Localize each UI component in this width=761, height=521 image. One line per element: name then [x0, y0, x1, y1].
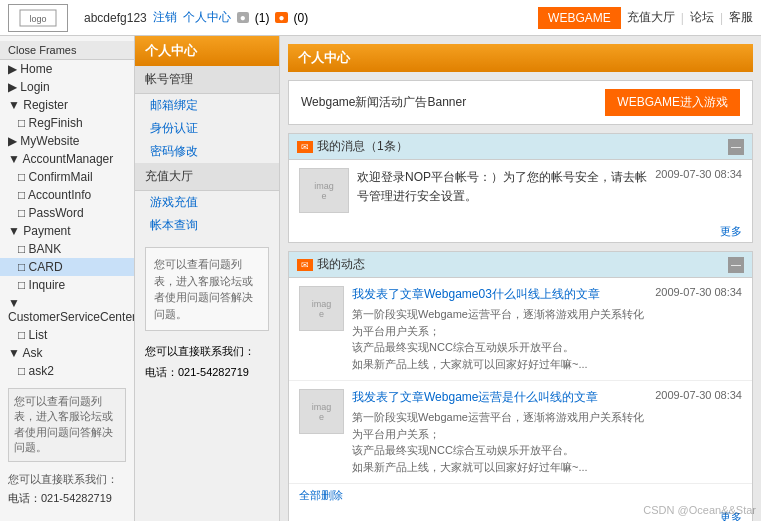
dynamic-title-1[interactable]: 我发表了文章Webgame运营是什么叫线的文章	[352, 389, 647, 406]
sidebar-item-accountmanager[interactable]: ▼ AccountManager	[0, 150, 134, 168]
left-panel-phone: 电话：021-54282719	[135, 362, 279, 383]
messages-header: ✉ 我的消息（1条） —	[289, 134, 752, 160]
svg-text:logo: logo	[29, 14, 46, 24]
top-nav: logo abcdefg123 注销 个人中心 ● (1) ● (0) WEBG…	[0, 0, 761, 36]
logo: logo	[8, 4, 68, 32]
sidebar-item-inquire[interactable]: □ Inquire	[0, 276, 134, 294]
dynamics-more: 更多	[289, 507, 752, 521]
charge-button[interactable]: 充值大厅	[627, 9, 675, 26]
dynamics-collapse-btn[interactable]: —	[728, 257, 744, 273]
dynamic-item-0: imag e 我发表了文章Webgame03什么叫线上线的文章 第一阶段实现We…	[289, 278, 752, 381]
right-panel: 个人中心 Webgame新闻活动广告Banner WEBGAME进入游戏 ✉ 我…	[280, 36, 761, 521]
content-inner: 个人中心 帐号管理 邮箱绑定 身份认证 密码修改 充值大厅 游戏充值 帐本查询 …	[135, 36, 761, 521]
message-content: imag e 欢迎登录NOP平台帐号：）为了您的帐号安全，请去帐号管理进行安全设…	[289, 160, 752, 221]
dynamics-title: 我的动态	[317, 256, 365, 273]
nav-divider1: |	[681, 11, 684, 25]
close-frames[interactable]: Close Frames	[0, 41, 134, 60]
delete-all-link[interactable]: 全部删除	[299, 488, 343, 503]
right-panel-title: 个人中心	[288, 44, 753, 72]
logout-link[interactable]: 注销	[153, 9, 177, 26]
dynamics-icon: ✉	[297, 259, 313, 271]
messages-title-row: ✉ 我的消息（1条）	[297, 138, 408, 155]
messages-title: 我的消息（1条）	[317, 138, 408, 155]
enter-game-button[interactable]: WEBGAME进入游戏	[605, 89, 740, 116]
sidebar-info: 您可以查看问题列表，进入客服论坛或者使用问题问答解决问题。	[8, 388, 126, 462]
dynamic-item-1: imag e 我发表了文章Webgame运营是什么叫线的文章 第一阶段实现Web…	[289, 381, 752, 484]
profile-link[interactable]: 个人中心	[183, 9, 231, 26]
left-panel-contact: 您可以直接联系我们：	[135, 341, 279, 362]
left-panel-section-account: 帐号管理	[135, 66, 279, 94]
left-panel: 个人中心 帐号管理 邮箱绑定 身份认证 密码修改 充值大厅 游戏充值 帐本查询 …	[135, 36, 280, 521]
left-panel-mailbind[interactable]: 邮箱绑定	[135, 94, 279, 117]
sidebar-item-confirmmail[interactable]: □ ConfirmMail	[0, 168, 134, 186]
sidebar-item-login[interactable]: ▶ Login	[0, 78, 134, 96]
sidebar-phone: 电话：021-54282719	[0, 489, 134, 508]
dynamic-image-0: imag e	[299, 286, 344, 331]
dynamic-desc-0-3: 如果新产品上线，大家就可以回家好好过年嘛~...	[352, 356, 647, 373]
message-icon: ✉	[297, 141, 313, 153]
dynamic-desc-1-1: 第一阶段实现Webgame运营平台，逐渐将游戏用户关系转化为平台用户关系；	[352, 409, 647, 442]
left-panel-title: 个人中心	[135, 36, 279, 66]
dynamic-time-0: 2009-07-30 08:34	[655, 286, 742, 372]
left-panel-pwchange[interactable]: 密码修改	[135, 140, 279, 163]
sidebar-item-ask[interactable]: ▼ Ask	[0, 344, 134, 362]
banner-box: Webgame新闻活动广告Banner WEBGAME进入游戏	[288, 80, 753, 125]
dynamics-box: ✉ 我的动态 — imag e 我发表了文章Webgame03什么叫线上线的文章	[288, 251, 753, 521]
sidebar-item-password[interactable]: □ PassWord	[0, 204, 134, 222]
image-label2: e	[321, 191, 326, 201]
messages-box: ✉ 我的消息（1条） — imag e 欢迎登录NOP平台帐号：）为了您的帐号安…	[288, 133, 753, 243]
badge2-count: (0)	[294, 11, 309, 25]
sidebar-item-payment[interactable]: ▼ Payment	[0, 222, 134, 240]
sidebar-item-card[interactable]: □ CARD	[0, 258, 134, 276]
sidebar-item-list[interactable]: □ List	[0, 326, 134, 344]
badge1: ●	[237, 12, 249, 23]
banner-text: Webgame新闻活动广告Banner	[301, 94, 466, 111]
username: abcdefg123	[84, 11, 147, 25]
left-panel-section-charge: 充值大厅	[135, 163, 279, 191]
message-image: imag e	[299, 168, 349, 213]
badge1-count: (1)	[255, 11, 270, 25]
sidebar-item-accountinfo[interactable]: □ AccountInfo	[0, 186, 134, 204]
dyn-img-label4: e	[319, 412, 324, 422]
sidebar-contact: 您可以直接联系我们：	[0, 470, 134, 489]
left-panel-identity[interactable]: 身份认证	[135, 117, 279, 140]
message-text: 欢迎登录NOP平台帐号：）为了您的帐号安全，请去帐号管理进行安全设置。	[357, 168, 647, 213]
sidebar-item-home[interactable]: ▶ Home	[0, 60, 134, 78]
sidebar-item-regfinish[interactable]: □ RegFinish	[0, 114, 134, 132]
sidebar-item-register[interactable]: ▼ Register	[0, 96, 134, 114]
sidebar-item-ask2[interactable]: □ ask2	[0, 362, 134, 380]
left-panel-footer: 您可以查看问题列表，进入客服论坛或者使用问题问答解决问题。	[145, 247, 269, 331]
dynamic-text-1: 我发表了文章Webgame运营是什么叫线的文章 第一阶段实现Webgame运营平…	[352, 389, 647, 475]
messages-collapse-btn[interactable]: —	[728, 139, 744, 155]
dynamic-desc-1-2: 该产品最终实现NCC综合互动娱乐开放平台。	[352, 442, 647, 459]
service-button[interactable]: 客服	[729, 9, 753, 26]
sidebar-item-customerservice[interactable]: ▼ CustomerServiceCenter	[0, 294, 134, 326]
badge2: ●	[275, 12, 287, 23]
dyn-img-label3: imag	[312, 402, 332, 412]
dynamics-actions: 全部删除	[289, 484, 752, 507]
left-panel-gamepay[interactable]: 游戏充值	[135, 191, 279, 214]
dynamics-title-row: ✉ 我的动态	[297, 256, 365, 273]
main-area: Close Frames ▶ Home ▶ Login ▼ Register □…	[0, 36, 761, 521]
forum-button[interactable]: 论坛	[690, 9, 714, 26]
webgame-button[interactable]: WEBGAME	[538, 7, 621, 29]
content-area: 个人中心 帐号管理 邮箱绑定 身份认证 密码修改 充值大厅 游戏充值 帐本查询 …	[135, 36, 761, 521]
nav-divider2: |	[720, 11, 723, 25]
messages-more-link[interactable]: 更多	[720, 225, 742, 237]
dynamics-more-link[interactable]: 更多	[720, 511, 742, 521]
messages-more: 更多	[289, 221, 752, 242]
dyn-img-label: imag	[312, 299, 332, 309]
dyn-img-label2: e	[319, 309, 324, 319]
dynamic-desc-0-1: 第一阶段实现Webgame运营平台，逐渐将游戏用户关系转化为平台用户关系；	[352, 306, 647, 339]
dynamic-image-1: imag e	[299, 389, 344, 434]
image-label: imag	[314, 181, 334, 191]
dynamics-header: ✉ 我的动态 —	[289, 252, 752, 278]
sidebar-item-mywebsite[interactable]: ▶ MyWebsite	[0, 132, 134, 150]
dynamic-title-0[interactable]: 我发表了文章Webgame03什么叫线上线的文章	[352, 286, 647, 303]
sidebar-item-bank[interactable]: □ BANK	[0, 240, 134, 258]
dynamic-desc-1-3: 如果新产品上线，大家就可以回家好好过年嘛~...	[352, 459, 647, 476]
dynamic-text-0: 我发表了文章Webgame03什么叫线上线的文章 第一阶段实现Webgame运营…	[352, 286, 647, 372]
left-panel-ledger[interactable]: 帐本查询	[135, 214, 279, 237]
message-time: 2009-07-30 08:34	[655, 168, 742, 213]
sidebar: Close Frames ▶ Home ▶ Login ▼ Register □…	[0, 36, 135, 521]
